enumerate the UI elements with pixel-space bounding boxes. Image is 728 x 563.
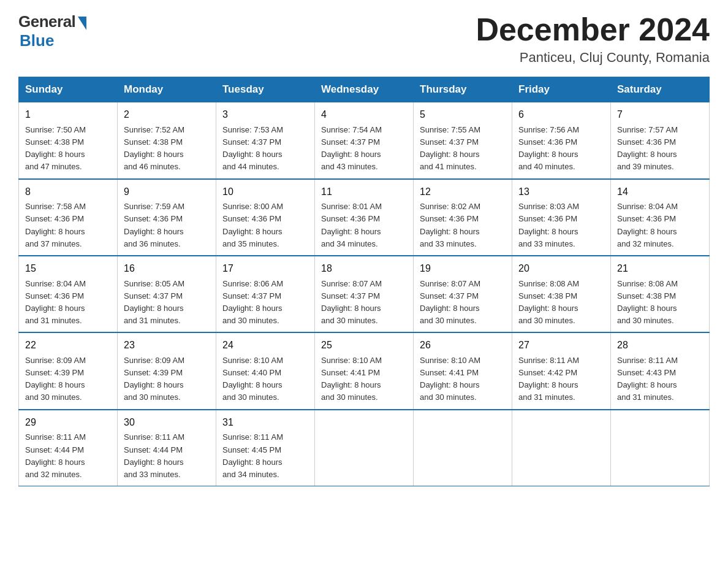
day-number: 9 (124, 185, 210, 200)
day-info: Sunrise: 7:54 AMSunset: 4:37 PMDaylight:… (321, 125, 382, 171)
table-row: 10 Sunrise: 8:00 AMSunset: 4:36 PMDaylig… (216, 179, 315, 256)
table-row: 3 Sunrise: 7:53 AMSunset: 4:37 PMDayligh… (216, 102, 315, 179)
day-info: Sunrise: 7:56 AMSunset: 4:36 PMDaylight:… (518, 125, 579, 171)
logo-triangle-icon (78, 17, 86, 30)
day-number: 3 (222, 107, 308, 123)
day-info: Sunrise: 8:01 AMSunset: 4:36 PMDaylight:… (321, 202, 382, 248)
table-row: 12 Sunrise: 8:02 AMSunset: 4:36 PMDaylig… (414, 179, 512, 256)
calendar-week-row: 22 Sunrise: 8:09 AMSunset: 4:39 PMDaylig… (19, 332, 710, 409)
day-info: Sunrise: 8:11 AMSunset: 4:42 PMDaylight:… (518, 356, 579, 402)
day-number: 7 (617, 107, 703, 123)
table-row (315, 410, 414, 486)
day-info: Sunrise: 8:04 AMSunset: 4:36 PMDaylight:… (617, 202, 678, 248)
day-number: 15 (25, 261, 111, 277)
day-info: Sunrise: 8:05 AMSunset: 4:37 PMDaylight:… (124, 279, 184, 325)
day-number: 29 (25, 415, 111, 431)
day-info: Sunrise: 7:58 AMSunset: 4:36 PMDaylight:… (25, 202, 86, 248)
table-row: 6 Sunrise: 7:56 AMSunset: 4:36 PMDayligh… (512, 102, 611, 179)
table-row: 15 Sunrise: 8:04 AMSunset: 4:36 PMDaylig… (19, 256, 118, 332)
day-info: Sunrise: 7:50 AMSunset: 4:38 PMDaylight:… (25, 125, 86, 171)
day-number: 11 (321, 185, 407, 200)
day-number: 26 (420, 338, 506, 353)
day-info: Sunrise: 7:57 AMSunset: 4:36 PMDaylight:… (617, 125, 678, 171)
day-info: Sunrise: 8:04 AMSunset: 4:36 PMDaylight:… (25, 279, 86, 325)
day-number: 28 (617, 338, 703, 353)
day-number: 18 (321, 261, 407, 277)
calendar-week-row: 8 Sunrise: 7:58 AMSunset: 4:36 PMDayligh… (19, 179, 710, 256)
logo: General Blue (18, 12, 86, 50)
day-info: Sunrise: 8:10 AMSunset: 4:41 PMDaylight:… (321, 356, 382, 402)
day-info: Sunrise: 8:11 AMSunset: 4:44 PMDaylight:… (25, 432, 86, 478)
col-monday: Monday (118, 77, 216, 102)
day-number: 25 (321, 338, 407, 353)
col-sunday: Sunday (19, 77, 118, 102)
day-number: 6 (518, 107, 604, 123)
day-number: 14 (617, 185, 703, 200)
table-row: 18 Sunrise: 8:07 AMSunset: 4:37 PMDaylig… (315, 256, 414, 332)
page-subtitle: Panticeu, Cluj County, Romania (476, 50, 710, 66)
day-info: Sunrise: 7:52 AMSunset: 4:38 PMDaylight:… (124, 125, 184, 171)
day-number: 12 (420, 185, 506, 200)
table-row: 4 Sunrise: 7:54 AMSunset: 4:37 PMDayligh… (315, 102, 414, 179)
calendar-week-row: 29 Sunrise: 8:11 AMSunset: 4:44 PMDaylig… (19, 410, 710, 486)
col-saturday: Saturday (611, 77, 710, 102)
table-row: 14 Sunrise: 8:04 AMSunset: 4:36 PMDaylig… (611, 179, 710, 256)
day-number: 5 (420, 107, 506, 123)
day-number: 17 (222, 261, 308, 277)
day-info: Sunrise: 8:09 AMSunset: 4:39 PMDaylight:… (124, 356, 184, 402)
table-row: 13 Sunrise: 8:03 AMSunset: 4:36 PMDaylig… (512, 179, 611, 256)
day-number: 16 (124, 261, 210, 277)
table-row: 28 Sunrise: 8:11 AMSunset: 4:43 PMDaylig… (611, 332, 710, 409)
day-number: 23 (124, 338, 210, 353)
table-row: 16 Sunrise: 8:05 AMSunset: 4:37 PMDaylig… (118, 256, 216, 332)
day-number: 27 (518, 338, 604, 353)
header: General Blue December 2024 Panticeu, Clu… (18, 12, 710, 66)
day-info: Sunrise: 8:08 AMSunset: 4:38 PMDaylight:… (518, 279, 579, 325)
day-info: Sunrise: 8:07 AMSunset: 4:37 PMDaylight:… (321, 279, 382, 325)
day-number: 24 (222, 338, 308, 353)
day-number: 2 (124, 107, 210, 123)
day-info: Sunrise: 8:02 AMSunset: 4:36 PMDaylight:… (420, 202, 480, 248)
day-number: 13 (518, 185, 604, 200)
table-row: 23 Sunrise: 8:09 AMSunset: 4:39 PMDaylig… (118, 332, 216, 409)
day-info: Sunrise: 8:06 AMSunset: 4:37 PMDaylight:… (222, 279, 283, 325)
col-wednesday: Wednesday (315, 77, 414, 102)
day-info: Sunrise: 8:08 AMSunset: 4:38 PMDaylight:… (617, 279, 678, 325)
day-number: 8 (25, 185, 111, 200)
day-info: Sunrise: 8:03 AMSunset: 4:36 PMDaylight:… (518, 202, 579, 248)
table-row: 11 Sunrise: 8:01 AMSunset: 4:36 PMDaylig… (315, 179, 414, 256)
table-row: 27 Sunrise: 8:11 AMSunset: 4:42 PMDaylig… (512, 332, 611, 409)
day-info: Sunrise: 7:53 AMSunset: 4:37 PMDaylight:… (222, 125, 283, 171)
day-number: 30 (124, 415, 210, 431)
day-info: Sunrise: 8:00 AMSunset: 4:36 PMDaylight:… (222, 202, 283, 248)
table-row: 22 Sunrise: 8:09 AMSunset: 4:39 PMDaylig… (19, 332, 118, 409)
day-info: Sunrise: 7:59 AMSunset: 4:36 PMDaylight:… (124, 202, 184, 248)
table-row (611, 410, 710, 486)
table-row: 19 Sunrise: 8:07 AMSunset: 4:37 PMDaylig… (414, 256, 512, 332)
col-thursday: Thursday (414, 77, 512, 102)
table-row: 17 Sunrise: 8:06 AMSunset: 4:37 PMDaylig… (216, 256, 315, 332)
day-number: 21 (617, 261, 703, 277)
table-row: 8 Sunrise: 7:58 AMSunset: 4:36 PMDayligh… (19, 179, 118, 256)
logo-general-text: General (18, 12, 75, 31)
table-row: 1 Sunrise: 7:50 AMSunset: 4:38 PMDayligh… (19, 102, 118, 179)
table-row: 9 Sunrise: 7:59 AMSunset: 4:36 PMDayligh… (118, 179, 216, 256)
title-area: December 2024 Panticeu, Cluj County, Rom… (476, 12, 710, 66)
day-info: Sunrise: 8:10 AMSunset: 4:41 PMDaylight:… (420, 356, 480, 402)
table-row: 31 Sunrise: 8:11 AMSunset: 4:45 PMDaylig… (216, 410, 315, 486)
day-info: Sunrise: 8:07 AMSunset: 4:37 PMDaylight:… (420, 279, 480, 325)
day-info: Sunrise: 8:11 AMSunset: 4:45 PMDaylight:… (222, 432, 283, 478)
day-info: Sunrise: 8:11 AMSunset: 4:44 PMDaylight:… (124, 432, 184, 478)
table-row: 29 Sunrise: 8:11 AMSunset: 4:44 PMDaylig… (19, 410, 118, 486)
day-number: 1 (25, 107, 111, 123)
table-row: 20 Sunrise: 8:08 AMSunset: 4:38 PMDaylig… (512, 256, 611, 332)
table-row: 24 Sunrise: 8:10 AMSunset: 4:40 PMDaylig… (216, 332, 315, 409)
day-info: Sunrise: 7:55 AMSunset: 4:37 PMDaylight:… (420, 125, 480, 171)
table-row: 2 Sunrise: 7:52 AMSunset: 4:38 PMDayligh… (118, 102, 216, 179)
logo-blue-text: Blue (20, 31, 54, 50)
day-number: 10 (222, 185, 308, 200)
day-number: 22 (25, 338, 111, 353)
table-row: 21 Sunrise: 8:08 AMSunset: 4:38 PMDaylig… (611, 256, 710, 332)
page-title: December 2024 (476, 12, 710, 47)
day-number: 20 (518, 261, 604, 277)
